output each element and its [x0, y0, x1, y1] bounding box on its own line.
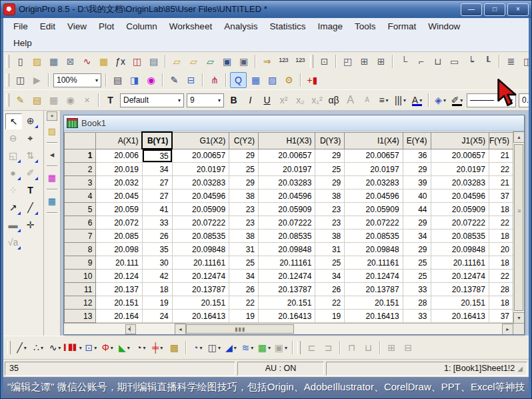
paste-format-button[interactable]: ◉: [63, 93, 78, 107]
cell-r2-c3[interactable]: 20.0197: [172, 163, 229, 176]
menu-plot[interactable]: Plot: [93, 18, 120, 35]
vertical-text-button[interactable]: |||▾: [393, 93, 408, 107]
book1-title-bar[interactable]: Book1: [64, 115, 524, 131]
cell-r3-c3[interactable]: 20.03283: [172, 176, 229, 189]
cell-r5-c1[interactable]: 20.059: [96, 203, 142, 216]
cell-r4-c9[interactable]: 20.04596: [431, 189, 489, 203]
line-symbol-plot-button-dropdown-icon[interactable]: ▾: [58, 345, 61, 351]
cell-r10-c8[interactable]: 25: [403, 270, 431, 283]
cell-r10-c1[interactable]: 20.124: [96, 270, 142, 283]
save-project-button[interactable]: ▣: [219, 54, 235, 69]
scroll-down-icon[interactable]: ▼: [513, 312, 524, 324]
row-header-4[interactable]: 4: [65, 189, 96, 203]
column-header-D(Y3)[interactable]: D(Y3): [315, 132, 345, 149]
plot-3d-bar-button-dropdown-icon[interactable]: ▾: [218, 345, 221, 351]
cell-r1-c4[interactable]: 29: [229, 149, 259, 163]
cell-r3-c2[interactable]: 27: [142, 176, 172, 189]
italic-button[interactable]: I: [243, 93, 258, 107]
font-color-button[interactable]: A▾: [409, 93, 425, 107]
row-header-8[interactable]: 8: [65, 243, 96, 256]
add-left-layer-button[interactable]: ◰: [340, 54, 355, 69]
cell-r6-c1[interactable]: 20.072: [96, 216, 142, 230]
cell-r13-c1[interactable]: 20.164: [96, 310, 142, 323]
stock-plot-button-dropdown-icon[interactable]: ▾: [160, 345, 163, 351]
line-color-button-dropdown-icon[interactable]: ▾: [460, 97, 463, 103]
cell-r10-c5[interactable]: 20.12474: [259, 270, 315, 283]
cell-r2-c8[interactable]: 29: [403, 163, 431, 176]
cell-r2-c9[interactable]: 20.0197: [431, 163, 489, 176]
cell-r2-c7[interactable]: 20.0197: [345, 163, 403, 176]
cell-r1-c10[interactable]: 21: [489, 149, 513, 163]
cell-r8-c9[interactable]: 20.09848: [431, 243, 489, 256]
column-header-I1(X4)[interactable]: I1(X4): [345, 132, 403, 149]
cell-r5-c6[interactable]: 23: [315, 203, 345, 216]
save-template-button[interactable]: ▣: [236, 54, 251, 69]
cell-r9-c6[interactable]: 25: [315, 256, 345, 270]
superscript-button[interactable]: x²: [276, 93, 291, 107]
horizontal-scrollbar[interactable]: ◂▏ ◄ ▮▮▮ ►: [64, 323, 513, 334]
row-header-3[interactable]: 3: [65, 176, 96, 189]
cell-r12-c3[interactable]: 20.151: [172, 296, 229, 310]
graph-window-button[interactable]: ▩: [167, 340, 182, 356]
new-left-tick-button[interactable]: ┕: [463, 54, 479, 69]
project-explorer-button[interactable]: ▦: [248, 73, 263, 87]
column-header-C(Y2)[interactable]: C(Y2): [229, 132, 259, 149]
row-header-10[interactable]: 10: [65, 270, 96, 283]
cell-r4-c6[interactable]: 38: [315, 189, 345, 203]
cell-r10-c2[interactable]: 42: [142, 270, 172, 283]
cell-r12-c9[interactable]: 20.151: [431, 296, 489, 310]
cell-r3-c10[interactable]: 21: [489, 176, 513, 189]
contour-plot-button-dropdown-icon[interactable]: ▾: [268, 345, 271, 351]
import-wizard-button[interactable]: ⇒: [259, 54, 275, 69]
cell-r8-c1[interactable]: 20.098: [96, 243, 142, 256]
fill-color-button-dropdown-icon[interactable]: ▾: [443, 97, 446, 103]
column-header-E(Y4)[interactable]: E(Y4): [403, 132, 431, 149]
cell-r6-c9[interactable]: 20.07222: [431, 216, 489, 230]
scroll-left-button[interactable]: ◂: [50, 149, 55, 159]
cell-r5-c9[interactable]: 20.05909: [431, 203, 489, 216]
menu-image[interactable]: Image: [311, 18, 349, 35]
font-color-button-dropdown-icon[interactable]: ▾: [419, 97, 422, 103]
row-header-6[interactable]: 6: [65, 216, 96, 230]
cell-r3-c7[interactable]: 20.03283: [345, 176, 403, 189]
supersubscript-button[interactable]: x₁²: [309, 93, 325, 107]
plot-3d-pie-button-dropdown-icon[interactable]: ▾: [200, 345, 203, 351]
cell-r13-c9[interactable]: 20.16413: [431, 310, 489, 323]
scroll-left-icon[interactable]: ◄: [175, 324, 186, 335]
row-header-9[interactable]: 9: [65, 256, 96, 270]
cell-r9-c9[interactable]: 20.11161: [431, 256, 489, 270]
cell-r4-c2[interactable]: 27: [142, 189, 172, 203]
toolbar-grip[interactable]: [7, 341, 11, 354]
cell-r11-c1[interactable]: 20.137: [96, 283, 142, 296]
zoom-out-tool[interactable]: ⊖: [5, 131, 21, 145]
cell-r8-c8[interactable]: 29: [403, 243, 431, 256]
line-tool[interactable]: ╱: [23, 200, 38, 215]
cell-r8-c7[interactable]: 20.09848: [345, 243, 403, 256]
edit-graph-button[interactable]: ✎: [167, 73, 182, 87]
cell-r13-c6[interactable]: 19: [315, 310, 345, 323]
new-graph-button[interactable]: ∿: [79, 54, 95, 69]
cell-r1-c1[interactable]: 20.006: [96, 149, 142, 163]
cell-r6-c10[interactable]: 22: [489, 216, 513, 230]
line-symbol-plot-button[interactable]: ∿▾: [47, 340, 63, 356]
cell-r13-c7[interactable]: 20.16413: [345, 310, 403, 323]
toolbar-grip[interactable]: [6, 93, 9, 107]
scroll-right-icon[interactable]: ►: [502, 324, 513, 335]
cell-r6-c5[interactable]: 20.07222: [259, 216, 315, 230]
new-function-button[interactable]: ƒx: [113, 54, 128, 69]
cell-r1-c3[interactable]: 20.00657: [172, 149, 229, 163]
box-plot-button-dropdown-icon[interactable]: ▾: [111, 345, 113, 351]
column-header-F(Y5)[interactable]: F(Y5): [489, 132, 513, 149]
menu-file[interactable]: File: [7, 18, 34, 35]
cell-r11-c4[interactable]: 26: [229, 283, 259, 296]
cell-r11-c5[interactable]: 20.13787: [259, 283, 315, 296]
arrow-tool[interactable]: ↗: [5, 200, 21, 215]
font-size-combo[interactable]: 9▾: [187, 93, 224, 107]
cell-r6-c4[interactable]: 23: [229, 216, 259, 230]
cell-r10-c10[interactable]: 22: [489, 270, 513, 283]
cell-r1-c6[interactable]: 29: [315, 149, 345, 163]
area-plot-button[interactable]: ◣▾: [117, 340, 132, 356]
row-header-1[interactable]: 1: [65, 149, 96, 163]
add-new-columns-button[interactable]: +▮: [305, 73, 320, 87]
cell-r13-c3[interactable]: 20.16413: [172, 310, 229, 323]
